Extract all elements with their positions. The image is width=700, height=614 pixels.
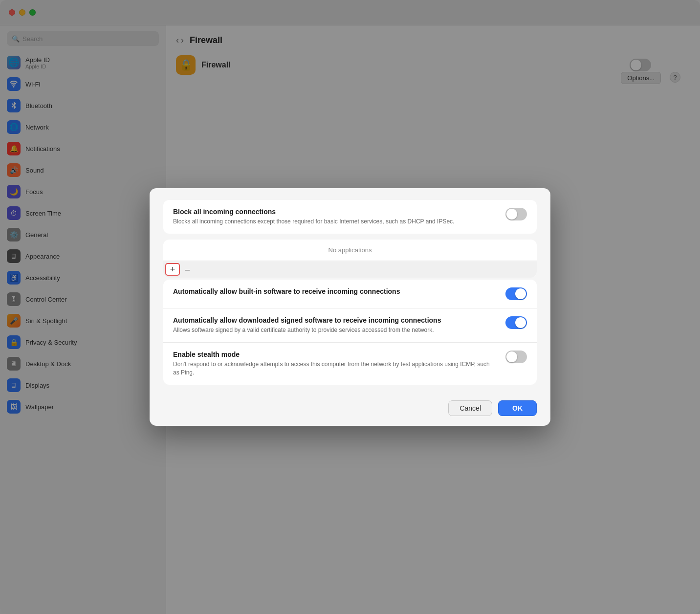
auto-signed-text: Automatically allow downloaded signed so… (173, 316, 505, 334)
stealth-mode-text: Enable stealth mode Don't respond to or … (173, 351, 505, 377)
cancel-button[interactable]: Cancel (448, 400, 492, 416)
modal-footer: Cancel OK (150, 391, 550, 426)
no-apps-label: No applications (163, 240, 537, 261)
auto-signed-desc: Allows software signed by a valid certif… (173, 326, 496, 334)
add-application-button[interactable]: + (165, 263, 180, 276)
auto-signed-row: Automatically allow downloaded signed so… (163, 308, 537, 342)
block-incoming-desc: Blocks all incoming connections except t… (173, 218, 496, 226)
auto-builtin-toggle-knob (515, 288, 526, 299)
modal-overlay: Block all incoming connections Blocks al… (0, 0, 700, 614)
block-incoming-toggle[interactable] (505, 208, 527, 220)
firewall-options-modal: Block all incoming connections Blocks al… (150, 188, 550, 425)
apps-toolbar: + – (163, 261, 537, 278)
remove-application-button[interactable]: – (180, 263, 195, 276)
no-apps-section: No applications + – (163, 240, 537, 278)
stealth-mode-row: Enable stealth mode Don't respond to or … (163, 342, 537, 385)
block-incoming-text: Block all incoming connections Blocks al… (173, 208, 505, 226)
auto-signed-toggle[interactable] (505, 316, 527, 329)
auto-builtin-title: Automatically allow built-in software to… (173, 287, 496, 295)
stealth-mode-desc: Don't respond to or acknowledge attempts… (173, 360, 496, 377)
ok-button[interactable]: OK (498, 400, 537, 416)
auto-signed-title: Automatically allow downloaded signed so… (173, 316, 496, 324)
stealth-mode-title: Enable stealth mode (173, 351, 496, 358)
auto-builtin-text: Automatically allow built-in software to… (173, 287, 505, 297)
block-incoming-section: Block all incoming connections Blocks al… (163, 200, 537, 234)
auto-signed-toggle-knob (515, 317, 526, 328)
auto-settings-section: Automatically allow built-in software to… (163, 280, 537, 384)
block-incoming-toggle-knob (506, 209, 517, 219)
auto-builtin-row: Automatically allow built-in software to… (163, 280, 537, 308)
modal-content: Block all incoming connections Blocks al… (150, 188, 550, 384)
block-incoming-row: Block all incoming connections Blocks al… (163, 200, 537, 234)
auto-builtin-toggle[interactable] (505, 287, 527, 300)
stealth-mode-toggle-knob (506, 351, 517, 362)
stealth-mode-toggle[interactable] (505, 351, 527, 363)
block-incoming-title: Block all incoming connections (173, 208, 496, 216)
